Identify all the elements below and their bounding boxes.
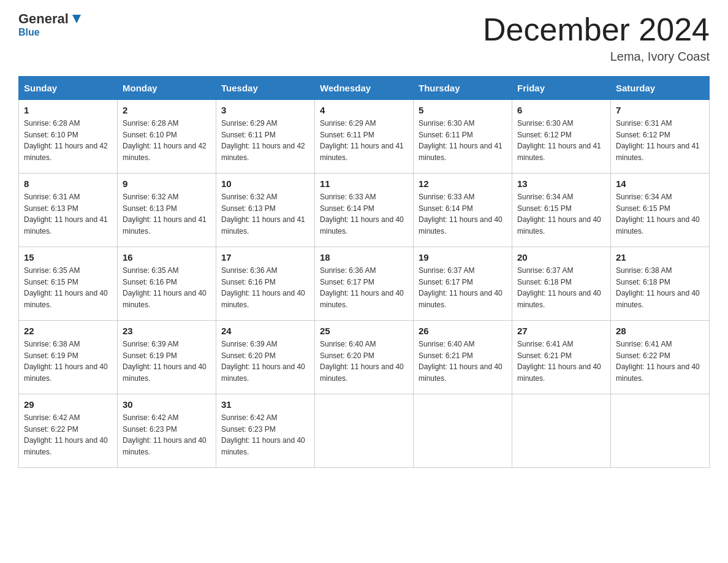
day-info: Sunrise: 6:36 AM Sunset: 6:16 PM Dayligh… — [221, 265, 309, 310]
calendar-day-cell: 24 Sunrise: 6:39 AM Sunset: 6:20 PM Dayl… — [216, 321, 315, 394]
calendar-week-row: 1 Sunrise: 6:28 AM Sunset: 6:10 PM Dayli… — [19, 100, 710, 174]
day-number: 13 — [517, 178, 605, 189]
calendar-day-cell — [512, 394, 611, 468]
day-info: Sunrise: 6:37 AM Sunset: 6:17 PM Dayligh… — [419, 265, 507, 310]
calendar-day-cell: 29 Sunrise: 6:42 AM Sunset: 6:22 PM Dayl… — [19, 394, 118, 468]
day-number: 15 — [24, 252, 112, 262]
day-number: 6 — [517, 105, 605, 115]
day-number: 24 — [221, 326, 309, 336]
day-number: 9 — [123, 178, 211, 189]
day-number: 26 — [419, 326, 507, 336]
day-info: Sunrise: 6:42 AM Sunset: 6:22 PM Dayligh… — [24, 412, 112, 458]
calendar-day-cell: 17 Sunrise: 6:36 AM Sunset: 6:16 PM Dayl… — [216, 247, 315, 321]
calendar-day-cell: 7 Sunrise: 6:31 AM Sunset: 6:12 PM Dayli… — [611, 100, 710, 174]
weekday-header-row: SundayMondayTuesdayWednesdayThursdayFrid… — [19, 77, 710, 100]
day-number: 19 — [419, 252, 507, 262]
calendar-day-cell: 18 Sunrise: 6:36 AM Sunset: 6:17 PM Dayl… — [315, 247, 414, 321]
day-number: 27 — [517, 326, 605, 336]
day-number: 8 — [24, 178, 112, 189]
day-number: 11 — [320, 178, 408, 189]
calendar-table: SundayMondayTuesdayWednesdayThursdayFrid… — [18, 76, 710, 468]
calendar-day-cell: 4 Sunrise: 6:29 AM Sunset: 6:11 PM Dayli… — [315, 100, 414, 174]
day-info: Sunrise: 6:35 AM Sunset: 6:15 PM Dayligh… — [24, 265, 112, 310]
day-info: Sunrise: 6:34 AM Sunset: 6:15 PM Dayligh… — [616, 191, 704, 237]
calendar-week-row: 8 Sunrise: 6:31 AM Sunset: 6:13 PM Dayli… — [19, 174, 710, 247]
weekday-header-thursday: Thursday — [414, 77, 512, 100]
calendar-day-cell: 2 Sunrise: 6:28 AM Sunset: 6:10 PM Dayli… — [118, 100, 216, 174]
page-header: General Blue December 2024 Lema, Ivory C… — [18, 12, 710, 64]
calendar-day-cell: 26 Sunrise: 6:40 AM Sunset: 6:21 PM Dayl… — [414, 321, 512, 394]
calendar-day-cell: 14 Sunrise: 6:34 AM Sunset: 6:15 PM Dayl… — [611, 174, 710, 247]
day-info: Sunrise: 6:30 AM Sunset: 6:12 PM Dayligh… — [517, 118, 605, 163]
day-number: 25 — [320, 326, 408, 336]
day-info: Sunrise: 6:41 AM Sunset: 6:22 PM Dayligh… — [616, 339, 704, 384]
weekday-header-tuesday: Tuesday — [216, 77, 315, 100]
calendar-body: 1 Sunrise: 6:28 AM Sunset: 6:10 PM Dayli… — [19, 100, 710, 468]
day-number: 31 — [221, 399, 309, 410]
day-info: Sunrise: 6:34 AM Sunset: 6:15 PM Dayligh… — [517, 191, 605, 237]
weekday-header-wednesday: Wednesday — [315, 77, 414, 100]
calendar-header: SundayMondayTuesdayWednesdayThursdayFrid… — [19, 77, 710, 100]
calendar-day-cell: 27 Sunrise: 6:41 AM Sunset: 6:21 PM Dayl… — [512, 321, 611, 394]
calendar-day-cell — [611, 394, 710, 468]
day-info: Sunrise: 6:33 AM Sunset: 6:14 PM Dayligh… — [320, 191, 408, 237]
logo-blue: Blue — [18, 27, 40, 38]
day-info: Sunrise: 6:31 AM Sunset: 6:12 PM Dayligh… — [616, 118, 704, 163]
day-info: Sunrise: 6:37 AM Sunset: 6:18 PM Dayligh… — [517, 265, 605, 310]
day-number: 22 — [24, 326, 112, 336]
day-info: Sunrise: 6:40 AM Sunset: 6:20 PM Dayligh… — [320, 339, 408, 384]
calendar-day-cell: 25 Sunrise: 6:40 AM Sunset: 6:20 PM Dayl… — [315, 321, 414, 394]
logo: General Blue — [18, 12, 83, 38]
calendar-day-cell: 31 Sunrise: 6:42 AM Sunset: 6:23 PM Dayl… — [216, 394, 315, 468]
day-number: 4 — [320, 105, 408, 115]
day-info: Sunrise: 6:28 AM Sunset: 6:10 PM Dayligh… — [24, 118, 112, 163]
day-info: Sunrise: 6:39 AM Sunset: 6:19 PM Dayligh… — [123, 339, 211, 384]
calendar-day-cell: 21 Sunrise: 6:38 AM Sunset: 6:18 PM Dayl… — [611, 247, 710, 321]
calendar-day-cell: 11 Sunrise: 6:33 AM Sunset: 6:14 PM Dayl… — [315, 174, 414, 247]
day-info: Sunrise: 6:29 AM Sunset: 6:11 PM Dayligh… — [221, 118, 309, 163]
month-title: December 2024 — [483, 12, 710, 47]
day-info: Sunrise: 6:29 AM Sunset: 6:11 PM Dayligh… — [320, 118, 408, 163]
day-number: 28 — [616, 326, 704, 336]
day-number: 29 — [24, 399, 112, 410]
calendar-week-row: 29 Sunrise: 6:42 AM Sunset: 6:22 PM Dayl… — [19, 394, 710, 468]
day-info: Sunrise: 6:28 AM Sunset: 6:10 PM Dayligh… — [123, 118, 211, 163]
calendar-day-cell: 20 Sunrise: 6:37 AM Sunset: 6:18 PM Dayl… — [512, 247, 611, 321]
calendar-day-cell: 19 Sunrise: 6:37 AM Sunset: 6:17 PM Dayl… — [414, 247, 512, 321]
calendar-day-cell: 23 Sunrise: 6:39 AM Sunset: 6:19 PM Dayl… — [118, 321, 216, 394]
day-number: 12 — [419, 178, 507, 189]
calendar-day-cell: 12 Sunrise: 6:33 AM Sunset: 6:14 PM Dayl… — [414, 174, 512, 247]
day-number: 10 — [221, 178, 309, 189]
calendar-day-cell: 10 Sunrise: 6:32 AM Sunset: 6:13 PM Dayl… — [216, 174, 315, 247]
day-number: 21 — [616, 252, 704, 262]
title-area: December 2024 Lema, Ivory Coast — [483, 12, 710, 64]
day-number: 23 — [123, 326, 211, 336]
day-info: Sunrise: 6:32 AM Sunset: 6:13 PM Dayligh… — [123, 191, 211, 237]
calendar-day-cell: 5 Sunrise: 6:30 AM Sunset: 6:11 PM Dayli… — [414, 100, 512, 174]
day-number: 7 — [616, 105, 704, 115]
weekday-header-sunday: Sunday — [19, 77, 118, 100]
weekday-header-monday: Monday — [118, 77, 216, 100]
calendar-day-cell: 16 Sunrise: 6:35 AM Sunset: 6:16 PM Dayl… — [118, 247, 216, 321]
day-number: 17 — [221, 252, 309, 262]
calendar-week-row: 15 Sunrise: 6:35 AM Sunset: 6:15 PM Dayl… — [19, 247, 710, 321]
logo-general: General — [18, 12, 69, 26]
calendar-day-cell: 6 Sunrise: 6:30 AM Sunset: 6:12 PM Dayli… — [512, 100, 611, 174]
day-info: Sunrise: 6:30 AM Sunset: 6:11 PM Dayligh… — [419, 118, 507, 163]
day-info: Sunrise: 6:31 AM Sunset: 6:13 PM Dayligh… — [24, 191, 112, 237]
calendar-day-cell: 3 Sunrise: 6:29 AM Sunset: 6:11 PM Dayli… — [216, 100, 315, 174]
day-number: 30 — [123, 399, 211, 410]
day-number: 16 — [123, 252, 211, 262]
svg-marker-0 — [72, 15, 81, 23]
day-info: Sunrise: 6:40 AM Sunset: 6:21 PM Dayligh… — [419, 339, 507, 384]
calendar-day-cell: 1 Sunrise: 6:28 AM Sunset: 6:10 PM Dayli… — [19, 100, 118, 174]
day-info: Sunrise: 6:35 AM Sunset: 6:16 PM Dayligh… — [123, 265, 211, 310]
calendar-day-cell: 28 Sunrise: 6:41 AM Sunset: 6:22 PM Dayl… — [611, 321, 710, 394]
day-number: 5 — [419, 105, 507, 115]
day-info: Sunrise: 6:32 AM Sunset: 6:13 PM Dayligh… — [221, 191, 309, 237]
day-info: Sunrise: 6:36 AM Sunset: 6:17 PM Dayligh… — [320, 265, 408, 310]
day-info: Sunrise: 6:42 AM Sunset: 6:23 PM Dayligh… — [123, 412, 211, 458]
day-info: Sunrise: 6:42 AM Sunset: 6:23 PM Dayligh… — [221, 412, 309, 458]
day-number: 2 — [123, 105, 211, 115]
calendar-day-cell: 30 Sunrise: 6:42 AM Sunset: 6:23 PM Dayl… — [118, 394, 216, 468]
